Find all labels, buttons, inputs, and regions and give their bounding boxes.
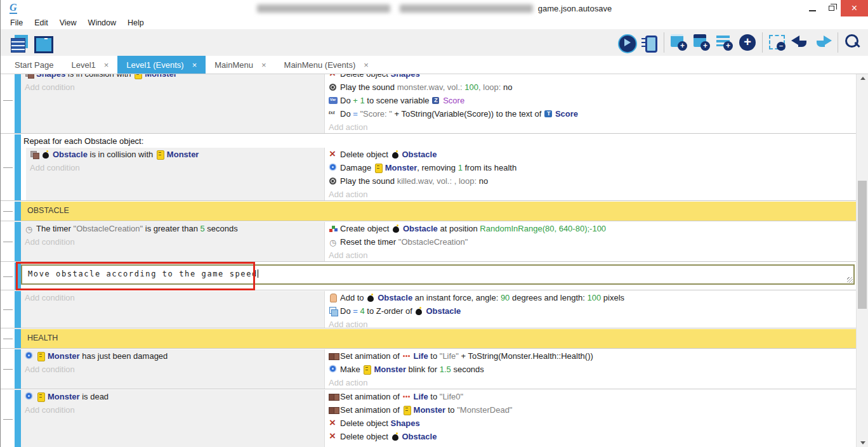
add-condition-button[interactable]: Add condition	[21, 235, 324, 249]
add-subevent-button[interactable]	[690, 30, 713, 55]
menu-item-edit[interactable]: Edit	[29, 18, 54, 27]
event-selection-bar[interactable]	[15, 222, 21, 261]
action-line[interactable]: Add to Obstacle an instant force, angle:…	[325, 291, 856, 304]
scrollbar-thumb[interactable]	[858, 181, 867, 309]
event-selection-bar[interactable]	[15, 329, 21, 348]
redo-button[interactable]	[812, 30, 834, 55]
tab-level1-events[interactable]: Level1 (Events)×	[117, 56, 206, 74]
event-gutter[interactable]	[1, 329, 15, 348]
action-line[interactable]: Reset the timer "ObstacleCreation"	[325, 235, 856, 249]
event-gutter[interactable]	[1, 262, 15, 290]
tab-level1[interactable]: Level1×	[62, 56, 117, 74]
minimize-button[interactable]	[803, 0, 822, 16]
action-line[interactable]: Make Monster blink for 1.5 seconds	[325, 363, 856, 376]
conditions-cell[interactable]: Shapes is in collision with MonsterAdd c…	[21, 74, 324, 133]
debug-button[interactable]	[638, 30, 661, 55]
add-condition-button[interactable]: Add condition	[21, 81, 324, 94]
event-selection-bar[interactable]	[15, 134, 21, 200]
tab-mainmenu[interactable]: MainMenu×	[206, 56, 275, 74]
actions-cell[interactable]: Set animation of Life to "Life0"Set anim…	[324, 390, 856, 447]
condition-line[interactable]: The timer "ObstacleCreation" is greater …	[21, 222, 324, 235]
actions-cell[interactable]: Delete object ShapesPlay the sound monst…	[324, 74, 856, 133]
add-action-button[interactable]: Add action	[325, 120, 856, 134]
delete-event-button[interactable]	[766, 30, 789, 55]
tab-start-page[interactable]: Start Page	[6, 56, 62, 74]
tab-close-icon[interactable]: ×	[364, 60, 369, 70]
foreach-header[interactable]: Repeat for each Obstacle object:	[21, 134, 856, 148]
comment-band-body[interactable]: HEALTH	[21, 329, 856, 348]
search-button[interactable]	[841, 30, 864, 55]
actions-cell[interactable]: Delete object ObstacleDamage Monster, re…	[324, 148, 856, 200]
add-condition-button[interactable]: Add condition	[21, 291, 324, 304]
menu-item-view[interactable]: View	[54, 18, 82, 27]
condition-line[interactable]: Monster is dead	[21, 390, 324, 403]
comment-band-body[interactable]: OBSTACLE	[21, 202, 856, 221]
action-line[interactable]: Delete object Obstacle	[325, 430, 856, 443]
action-line[interactable]: Set animation of Life to "Life" + ToStri…	[325, 349, 856, 363]
scroll-up-button[interactable]	[857, 74, 868, 82]
close-button[interactable]: ×	[841, 0, 868, 16]
condition-line[interactable]: Shapes is in collision with Monster	[21, 74, 324, 81]
action-line[interactable]: Set animation of Monster to "MonsterDead…	[325, 403, 856, 417]
menu-item-help[interactable]: Help	[122, 18, 150, 27]
actions-cell[interactable]: Create object Obstacle at position Rando…	[324, 222, 856, 261]
conditions-cell[interactable]: The timer "ObstacleCreation" is greater …	[21, 222, 324, 261]
add-comment-button[interactable]	[713, 30, 736, 55]
conditions-cell[interactable]: Monster is deadAdd condition	[21, 390, 324, 447]
actions-cell[interactable]: Set animation of Life to "Life" + ToStri…	[324, 349, 856, 389]
tab-mainmenu-events[interactable]: MainMenu (Events)×	[275, 56, 378, 74]
actions-cell[interactable]: Add to Obstacle an instant force, angle:…	[324, 291, 856, 328]
action-line[interactable]: Delete object Obstacle	[325, 148, 856, 161]
add-action-button[interactable]: Add action	[325, 249, 856, 262]
comment-band[interactable]: HEALTH	[1, 329, 856, 349]
menu-item-window[interactable]: Window	[82, 18, 122, 27]
event-selection-bar[interactable]	[15, 349, 21, 389]
menu-item-file[interactable]: File	[4, 18, 29, 27]
action-line[interactable]: Do = "Score: " + ToString(Variable(Score…	[325, 107, 856, 120]
add-action-button[interactable]: Add action	[325, 318, 856, 328]
action-line[interactable]: Delete object Shapes	[325, 417, 856, 430]
action-line[interactable]: Create object Obstacle at position Rando…	[325, 222, 856, 235]
action-line[interactable]: Delete object Shapes	[325, 74, 856, 81]
tab-close-icon[interactable]: ×	[192, 60, 197, 70]
project-manager-button[interactable]	[30, 30, 53, 55]
event-gutter[interactable]	[1, 222, 15, 261]
event-selection-bar[interactable]	[15, 74, 21, 133]
action-line[interactable]: Set animation of Life to "Life0"	[325, 390, 856, 403]
event-gutter[interactable]	[1, 74, 15, 133]
event-gutter[interactable]	[1, 349, 15, 389]
run-button[interactable]	[615, 30, 638, 55]
conditions-cell[interactable]: Add condition	[21, 291, 324, 328]
event-gutter[interactable]	[1, 291, 15, 328]
vertical-scrollbar[interactable]	[856, 74, 868, 447]
add-action-button[interactable]: Add action	[325, 376, 856, 389]
action-line[interactable]: Do + 1 to scene variable Score	[325, 94, 856, 107]
restore-button[interactable]	[822, 0, 841, 16]
action-line[interactable]: Play the sound killed.wav, vol.: , loop:…	[325, 174, 856, 188]
scroll-down-button[interactable]	[857, 439, 868, 447]
add-event-button[interactable]	[667, 30, 690, 55]
add-other-button[interactable]	[736, 30, 759, 55]
event-gutter[interactable]	[1, 134, 15, 200]
action-line[interactable]: Play the sound monster.wav, vol.: 100, l…	[325, 81, 856, 94]
add-condition-button[interactable]: Add condition	[21, 363, 324, 376]
comment-band[interactable]: OBSTACLE	[1, 202, 856, 221]
event-selection-bar[interactable]	[15, 202, 21, 221]
condition-line[interactable]: Obstacle is in collision with Monster	[26, 148, 324, 161]
action-line[interactable]: Do = 4 to Z-order of Obstacle	[325, 304, 856, 318]
action-line[interactable]: Damage Monster, removing 1 from its heal…	[325, 161, 856, 174]
tab-close-icon[interactable]: ×	[261, 60, 266, 70]
conditions-cell[interactable]: Monster has just been damagedAdd conditi…	[21, 349, 324, 389]
event-gutter[interactable]	[1, 390, 15, 447]
add-condition-button[interactable]: Add condition	[21, 403, 324, 417]
add-action-button[interactable]: Add action	[325, 188, 856, 201]
add-condition-button[interactable]: Add condition	[26, 161, 324, 174]
event-gutter[interactable]	[1, 202, 15, 221]
conditions-cell[interactable]: Obstacle is in collision with MonsterAdd…	[26, 148, 324, 200]
resize-handle-icon[interactable]	[847, 277, 853, 283]
undo-button[interactable]	[789, 30, 812, 55]
tab-close-icon[interactable]: ×	[104, 60, 109, 70]
open-project-button[interactable]	[7, 30, 30, 55]
event-selection-bar[interactable]	[15, 390, 21, 447]
condition-line[interactable]: Monster has just been damaged	[21, 349, 324, 363]
